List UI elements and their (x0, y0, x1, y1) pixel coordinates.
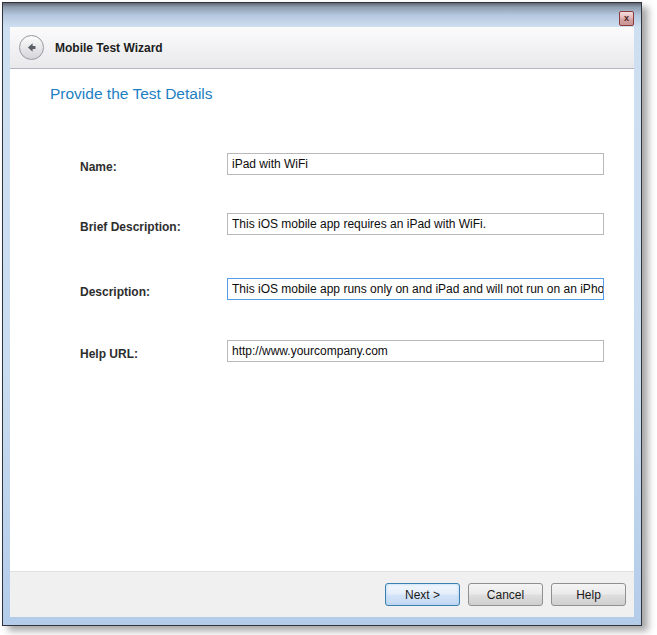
description-text: This iOS mobile app runs only on and iPa… (232, 282, 604, 296)
help-url-label: Help URL: (80, 347, 138, 361)
window-title: Mobile Test Wizard (55, 41, 163, 55)
form-row-help-url: Help URL: (10, 340, 634, 364)
description-input[interactable]: This iOS mobile app runs only on and iPa… (227, 278, 604, 300)
wizard-panel: Mobile Test Wizard Provide the Test Deta… (10, 27, 634, 617)
name-label: Name: (80, 160, 117, 174)
back-button[interactable] (19, 35, 44, 60)
next-button[interactable]: Next > (385, 583, 460, 606)
description-label: Description: (80, 285, 150, 299)
close-button[interactable]: x (619, 11, 634, 26)
brief-description-input[interactable] (227, 213, 604, 235)
close-icon: x (624, 13, 629, 23)
form-row-description: Description: This iOS mobile app runs on… (10, 278, 634, 302)
name-input[interactable] (227, 153, 604, 175)
help-button[interactable]: Help (551, 583, 626, 606)
brief-description-label: Brief Description: (80, 220, 181, 234)
form-row-name: Name: (10, 153, 634, 177)
wizard-footer: Next > Cancel Help (10, 571, 634, 617)
cancel-button[interactable]: Cancel (468, 583, 543, 606)
wizard-content: Provide the Test Details Name: Brief Des… (10, 69, 634, 571)
back-arrow-icon (24, 40, 39, 55)
screenshot-root: x Mobile Test Wizard Provide the Test De… (0, 0, 657, 635)
wizard-header: Mobile Test Wizard (10, 27, 634, 69)
form-row-brief-description: Brief Description: (10, 213, 634, 237)
wizard-window: x Mobile Test Wizard Provide the Test De… (2, 2, 642, 626)
page-title: Provide the Test Details (50, 85, 213, 103)
help-url-input[interactable] (227, 340, 604, 362)
